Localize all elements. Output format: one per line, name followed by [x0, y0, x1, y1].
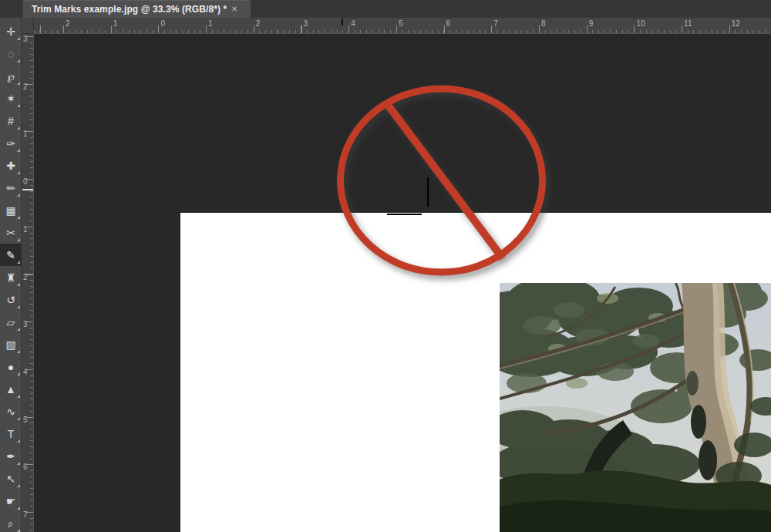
crop-tool[interactable]: #	[0, 109, 22, 132]
ruler-left-label: 1	[23, 130, 28, 138]
ruler-top-label: 12	[732, 20, 740, 28]
ruler-top-label: 10	[636, 20, 645, 28]
smudge-tool[interactable]: ∿	[0, 400, 22, 423]
type-tool-icon: T	[8, 429, 15, 439]
blur-tool[interactable]: ●	[0, 355, 22, 378]
ruler-top-label: 5	[399, 20, 403, 28]
hand-tool[interactable]: ☛	[0, 490, 22, 512]
magic-wand-tool[interactable]: ✶	[0, 87, 22, 109]
path-selection-tool-icon: ↖	[6, 473, 15, 484]
eyedropper-tool-icon: ✑	[6, 138, 15, 149]
move-tool-icon: ✛	[6, 26, 15, 37]
pen-tool-icon: ✒	[6, 451, 15, 462]
ruler-top-label: 9	[589, 20, 594, 28]
clone-stamp-tool[interactable]: ♜	[0, 266, 22, 288]
ruler-cursor-marker-top	[342, 19, 343, 25]
image-tab-bar: Trim Marks example.jpg @ 33.3% (RGB/8*) …	[0, 0, 771, 18]
ruler-left-label: 2	[23, 274, 28, 281]
content-aware-move-tool-icon: ✂	[6, 227, 15, 238]
tools-panel: ✛◌℘✶#✑✚✏▦✂✎♜↺▱▧●▲∿T✒↖☛⌕	[0, 18, 22, 532]
spot-healing-brush-tool-icon: ✚	[6, 160, 15, 171]
ruler-left-label: 3	[23, 321, 28, 328]
ruler-top-label: 2	[256, 20, 261, 28]
lasso-tool-icon: ℘	[7, 71, 15, 82]
ruler-top-label: 0	[160, 20, 165, 28]
dodge-tool-icon: ▲	[5, 384, 16, 395]
gradient-tool[interactable]: ▧	[0, 333, 22, 355]
document-tab[interactable]: Trim Marks example.jpg @ 33.3% (RGB/8*) …	[23, 0, 251, 18]
ruler-top-label: 6	[446, 20, 451, 28]
ruler-left-label: 3	[23, 35, 28, 43]
ruler-cursor-marker-left	[22, 189, 33, 190]
blur-tool-icon: ●	[8, 362, 14, 372]
type-tool[interactable]: T	[0, 423, 22, 445]
ruler-top-label: 3	[304, 20, 308, 28]
path-selection-tool[interactable]: ↖	[0, 467, 22, 490]
content-aware-move-tool[interactable]: ✂	[0, 221, 22, 244]
lasso-tool[interactable]: ℘	[0, 65, 22, 87]
ruler-left[interactable]: 32101234567	[22, 34, 34, 532]
pen-tool[interactable]: ✒	[0, 445, 22, 467]
ruler-top-label: 2	[66, 20, 70, 28]
zoom-tool-icon: ⌕	[8, 518, 14, 529]
crop-tool-icon: #	[8, 116, 14, 126]
gradient-tool-icon: ▧	[5, 339, 15, 350]
brush-tool-icon: ✏	[6, 183, 15, 194]
history-brush-tool-icon: ↺	[6, 295, 15, 305]
history-brush-tool[interactable]: ↺	[0, 288, 22, 311]
ruler-top-label: 1	[113, 20, 118, 28]
smudge-tool-icon: ∿	[6, 406, 15, 417]
prohibition-symbol	[324, 73, 563, 297]
pencil-tool-icon: ✎	[6, 250, 15, 261]
ruler-left-label: 5	[23, 416, 28, 424]
zoom-tool[interactable]: ⌕	[0, 512, 22, 532]
eyedropper-tool[interactable]: ✑	[0, 132, 22, 154]
eraser-tool-icon: ▱	[7, 317, 15, 328]
clone-stamp-tool-icon: ♜	[6, 272, 16, 283]
ruler-left-label: 4	[23, 369, 28, 376]
patch-tool[interactable]: ▦	[0, 199, 22, 221]
ruler-left-label: 7	[23, 511, 28, 519]
photoshop-window: Trim Marks example.jpg @ 33.3% (RGB/8*) …	[0, 0, 771, 532]
eraser-tool[interactable]: ▱	[0, 311, 22, 333]
move-tool[interactable]: ✛	[0, 20, 22, 42]
ruler-top[interactable]: 210123456789101112	[34, 18, 771, 34]
brush-tool[interactable]: ✏	[0, 177, 22, 199]
ruler-top-label: 8	[541, 20, 546, 28]
ruler-left-label: 1	[23, 226, 28, 234]
marquee-tool-icon: ◌	[8, 49, 14, 59]
tab-close-icon[interactable]: ×	[231, 4, 237, 14]
ruler-top-label: 1	[208, 20, 213, 28]
patch-tool-icon: ▦	[5, 205, 15, 216]
marquee-tool[interactable]: ◌	[0, 42, 22, 65]
spot-healing-brush-tool[interactable]: ✚	[0, 154, 22, 177]
dodge-tool[interactable]: ▲	[0, 378, 22, 400]
hand-tool-icon: ☛	[6, 496, 16, 507]
magic-wand-tool-icon: ✶	[6, 93, 15, 104]
tree-photo	[500, 283, 771, 532]
ruler-left-label: 2	[23, 83, 28, 91]
ruler-corner	[22, 18, 34, 34]
ruler-top-label: 7	[493, 20, 498, 28]
document-tab-title: Trim Marks example.jpg @ 33.3% (RGB/8*) …	[32, 4, 227, 15]
ruler-top-label: 11	[684, 20, 692, 28]
ruler-top-label: 4	[351, 20, 355, 28]
ruler-left-label: 0	[23, 178, 28, 186]
ruler-left-label: 6	[23, 463, 28, 471]
pencil-tool[interactable]: ✎	[0, 244, 22, 266]
